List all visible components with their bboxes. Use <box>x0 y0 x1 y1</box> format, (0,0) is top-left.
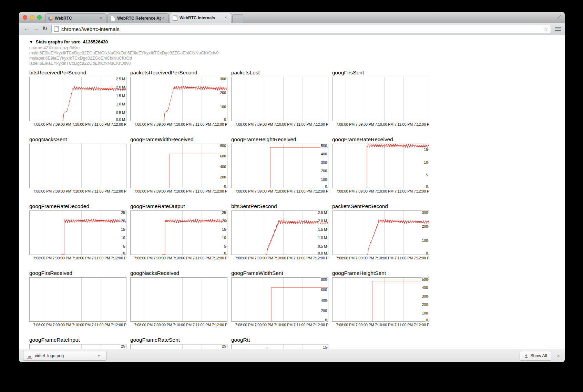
tab-webrtc-reference-app[interactable]: WebRTC Reference App × <box>108 13 169 23</box>
chart-canvas <box>29 277 126 322</box>
x-tick-label: 7:12:00 PM <box>414 122 429 126</box>
x-tick-label: 7:10:00 PM <box>173 189 192 193</box>
chart-cell: googFrameRateOutput25201510507:08:00 PM7… <box>130 203 231 261</box>
y-tick-label: 2.0 M <box>318 219 327 223</box>
x-tick-label: 7:11:00 PM <box>193 256 211 260</box>
y-tick-label: 200 <box>320 309 327 313</box>
download-file-name: vidtel_logo.png <box>35 353 64 358</box>
chart-canvas <box>130 277 227 322</box>
chart-title: bitsReceivedPerSecond <box>29 70 130 76</box>
y-tick-label: 0.5 M <box>116 111 125 114</box>
x-tick-label: 7:08:00 PM <box>336 323 355 327</box>
tab-webrtc-internals[interactable]: WebRTC Internals × <box>170 13 231 23</box>
x-axis-labels: 7:08:00 PM7:09:00 PM7:10:00 PM7:11:00 PM… <box>231 122 328 127</box>
chart-grid: bitsReceivedPerSecond2.5 M2.0 M1.5 M1.0 … <box>29 70 565 350</box>
x-tick-label: 7:10:00 PM <box>375 122 393 126</box>
y-tick-label: 0 <box>426 251 428 255</box>
chart-cell: googFrameRateReceived1510507:08:00 PM7:0… <box>332 136 433 194</box>
new-tab-button[interactable] <box>232 14 243 23</box>
back-button[interactable]: ← <box>22 25 31 33</box>
tab-webrtc[interactable]: WebRTC × <box>45 13 106 23</box>
y-tick-label: 500 <box>421 278 428 281</box>
ssrc-metadata: cname:4ZXkrucxjuzp/bKm msid:6E9laEYkyxIk… <box>29 45 565 66</box>
y-tick-label: 200 <box>219 175 226 179</box>
x-tick-label: 7:11:00 PM <box>294 122 312 126</box>
x-tick-label: 7:10:00 PM <box>173 256 192 260</box>
close-window-button[interactable] <box>23 15 27 20</box>
show-all-button[interactable]: Show All <box>520 351 551 361</box>
chart-title: packetsReceivedPerSecond <box>130 70 231 76</box>
y-tick-label: 1.5 M <box>318 227 327 231</box>
url-text[interactable]: chrome://webrtc-internals <box>61 26 543 32</box>
y-tick-label: 100 <box>421 239 428 243</box>
download-file-chip[interactable]: vidtel_logo.png ▾ <box>23 351 106 361</box>
x-tick-label: 7:12:00 PM <box>111 189 126 193</box>
x-axis-labels: 7:08:00 PM7:09:00 PM7:10:00 PM7:11:00 PM… <box>29 256 126 261</box>
chart-cell: bitsSentPerSecond2.5 M2.0 M1.5 M1.0 M0.5… <box>231 203 332 261</box>
x-tick-label: 7:09:00 PM <box>255 189 273 193</box>
page-icon <box>54 26 59 32</box>
x-tick-label: 7:10:00 PM <box>274 323 293 327</box>
menu-icon[interactable] <box>555 27 561 31</box>
downloads-close-icon[interactable]: × <box>556 353 561 359</box>
tab-strip: WebRTC × WebRTC Reference App × WebRTC I… <box>19 12 565 23</box>
downloads-bar: vidtel_logo.png ▾ Show All × <box>19 349 565 362</box>
browser-window: WebRTC × WebRTC Reference App × WebRTC I… <box>19 12 565 362</box>
data-line <box>131 278 227 321</box>
y-tick-label: 1.0 M <box>116 102 125 106</box>
forward-button[interactable]: → <box>31 25 40 33</box>
chart-cell: googFirsSent7:08:00 PM7:09:00 PM7:10:00 … <box>332 70 433 127</box>
chart-canvas: 3002001000 <box>332 210 429 255</box>
y-tick-label: 0 <box>325 185 327 188</box>
x-tick-label: 7:09:00 PM <box>255 323 273 327</box>
y-tick-label: 0.5 M <box>318 244 327 248</box>
tab-close-icon[interactable]: × <box>161 16 166 21</box>
data-line <box>333 211 429 255</box>
tabs: WebRTC × WebRTC Reference App × WebRTC I… <box>45 13 243 23</box>
tab-close-icon[interactable]: × <box>223 16 228 20</box>
y-tick-label: 300 <box>421 294 428 298</box>
y-tick-label: 300 <box>219 77 226 81</box>
chart-cell: googFirsReceived7:08:00 PM7:09:00 PM7:10… <box>29 270 130 328</box>
y-tick-label: 15 <box>323 345 327 349</box>
window-resize-icon[interactable] <box>556 15 561 20</box>
chart-cell: googNacksReceived7:08:00 PM7:09:00 PM7:1… <box>130 270 231 328</box>
y-tick-label: 5 <box>426 173 428 177</box>
y-tick-label: 2.0 M <box>116 85 125 89</box>
x-tick-label: 7:08:00 PM <box>336 256 355 260</box>
x-tick-label: 7:11:00 PM <box>193 122 211 126</box>
chart-title: packetsSentPerSecond <box>332 203 433 209</box>
chart-canvas: 151050 <box>332 144 429 188</box>
bookmark-star-icon[interactable]: ☆ <box>543 26 548 32</box>
x-axis-labels: 7:08:00 PM7:09:00 PM7:10:00 PM7:11:00 PM… <box>130 189 227 194</box>
zoom-window-button[interactable] <box>37 15 42 20</box>
webrtc-logo-icon <box>48 16 53 21</box>
x-tick-label: 7:12:00 PM <box>212 256 227 260</box>
x-tick-label: 7:11:00 PM <box>395 189 413 193</box>
chart-title: googRtt <box>231 337 332 343</box>
chart-cell: googFrameWidthReceived80060040020007:08:… <box>130 136 231 194</box>
page-favicon-icon <box>111 16 115 21</box>
chart-title: googFrameRateInput <box>29 337 130 343</box>
x-tick-label: 7:09:00 PM <box>154 122 172 126</box>
data-line <box>232 144 328 188</box>
x-axis-labels: 7:08:00 PM7:09:00 PM7:10:00 PM7:11:00 PM… <box>130 256 227 261</box>
toolbar: ← → ↻ chrome://webrtc-internals ☆ <box>19 23 565 35</box>
chart-title: packetsLost <box>231 70 332 76</box>
collapse-triangle-icon[interactable]: ▼ <box>29 40 33 44</box>
gridline <box>81 144 82 188</box>
url-bar[interactable]: chrome://webrtc-internals ☆ <box>51 25 551 33</box>
reload-button[interactable]: ↻ <box>40 25 49 33</box>
meta-mslabel: mslabel:6E9laEYkyxIkTCxDgc82ZGoEhlCfxNuC… <box>29 56 565 61</box>
x-tick-label: 7:10:00 PM <box>274 122 293 126</box>
chevron-down-icon[interactable]: ▾ <box>95 354 103 358</box>
data-line <box>333 144 429 188</box>
chart-title: googFrameWidthReceived <box>130 136 231 143</box>
gridline <box>423 77 423 121</box>
y-tick-label: 600 <box>320 288 327 292</box>
minimize-window-button[interactable] <box>30 15 34 20</box>
chart-cell: googFrameRateSent25201510507:08:00 PM7:0… <box>130 337 231 350</box>
y-tick-label: 800 <box>219 144 226 148</box>
tab-close-icon[interactable]: × <box>99 16 103 21</box>
screen: WebRTC × WebRTC Reference App × WebRTC I… <box>0 0 583 392</box>
